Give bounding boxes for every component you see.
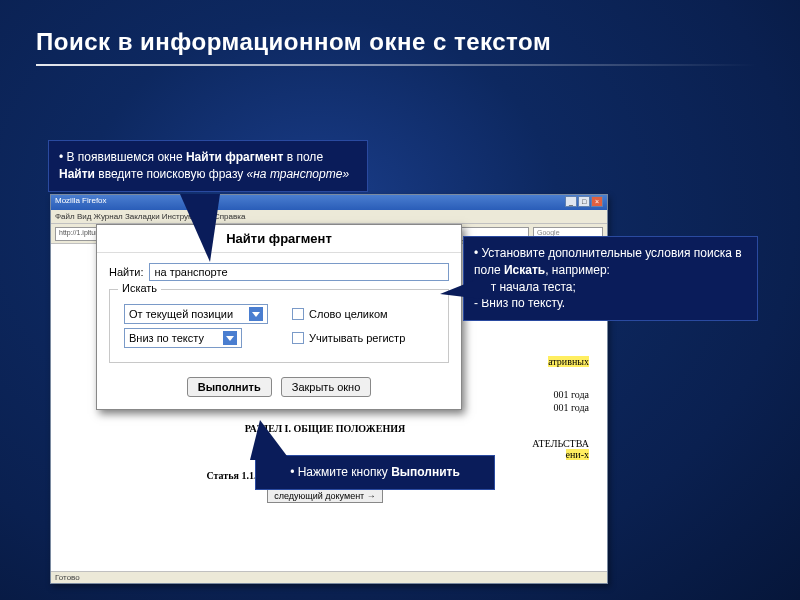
status-bar: Готово	[51, 571, 607, 583]
callout-search-options: • Установите дополнительные условия поис…	[463, 236, 758, 321]
find-dialog: Найти фрагмент Найти: Искать От текущей …	[96, 224, 462, 410]
maximize-icon[interactable]: □	[578, 196, 590, 207]
callout-pointer-icon	[250, 420, 290, 460]
highlight-text: атривных	[548, 356, 589, 367]
search-options-fieldset: Искать От текущей позиции Слово целиком …	[109, 289, 449, 363]
select-value: Вниз по тексту	[129, 332, 204, 344]
checkbox-label: Слово целиком	[309, 308, 388, 320]
close-window-button[interactable]: Закрыть окно	[281, 377, 372, 397]
slide-title: Поиск в информационном окне с текстом	[0, 0, 800, 64]
close-icon[interactable]: ×	[591, 196, 603, 207]
chevron-down-icon	[223, 331, 237, 345]
callout-execute: • Нажмите кнопку Выполнить	[255, 455, 495, 490]
title-underline	[36, 64, 756, 66]
browser-title-text: Mozilla Firefox	[55, 196, 107, 209]
section-heading: РАЗДЕЛ I. ОБЩИЕ ПОЛОЖЕНИЯ	[61, 423, 589, 434]
highlight-text: ени-х	[566, 449, 589, 460]
direction-select[interactable]: Вниз по тексту	[124, 328, 242, 348]
dialog-title: Найти фрагмент	[97, 225, 461, 253]
checkbox-icon	[292, 332, 304, 344]
callout-pointer-icon	[180, 194, 220, 262]
execute-button[interactable]: Выполнить	[187, 377, 272, 397]
window-buttons: _ □ ×	[565, 196, 603, 209]
position-select[interactable]: От текущей позиции	[124, 304, 268, 324]
find-label: Найти:	[109, 266, 143, 278]
next-document-button[interactable]: следующий документ →	[267, 489, 383, 503]
whole-word-checkbox[interactable]: Слово целиком	[292, 308, 388, 320]
checkbox-label: Учитывать регистр	[309, 332, 405, 344]
browser-menubar[interactable]: Файл Вид Журнал Закладки Инструменты Спр…	[51, 210, 607, 224]
select-value: От текущей позиции	[129, 308, 233, 320]
chevron-down-icon	[249, 307, 263, 321]
browser-titlebar: Mozilla Firefox _ □ ×	[51, 195, 607, 210]
callout-find-fragment: • В появившемся окне Найти фрагмент в по…	[48, 140, 368, 192]
checkbox-icon	[292, 308, 304, 320]
doc-text: АТЕЛЬСТВА	[532, 438, 589, 449]
callout-pointer-icon	[440, 274, 490, 300]
fieldset-legend: Искать	[118, 282, 161, 294]
match-case-checkbox[interactable]: Учитывать регистр	[292, 332, 405, 344]
find-input[interactable]	[149, 263, 449, 281]
minimize-icon[interactable]: _	[565, 196, 577, 207]
